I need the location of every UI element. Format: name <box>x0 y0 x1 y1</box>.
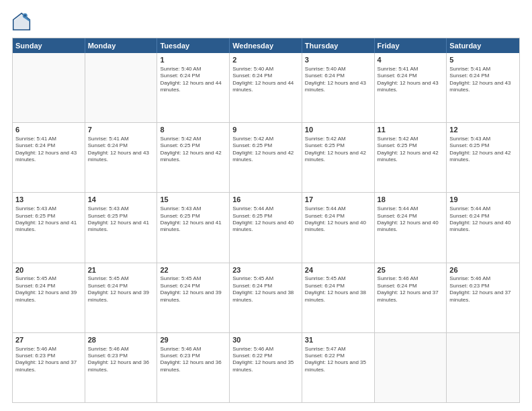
calendar-week-5: 27Sunrise: 5:46 AM Sunset: 6:23 PM Dayli… <box>13 333 519 402</box>
day-number: 24 <box>305 265 371 275</box>
day-info: Sunrise: 5:45 AM Sunset: 6:24 PM Dayligh… <box>160 275 226 304</box>
day-info: Sunrise: 5:45 AM Sunset: 6:24 PM Dayligh… <box>15 275 82 304</box>
day-number: 4 <box>378 55 444 65</box>
day-number: 23 <box>232 265 299 275</box>
calendar-cell: 28Sunrise: 5:46 AM Sunset: 6:23 PM Dayli… <box>85 333 158 402</box>
day-number: 15 <box>160 195 226 205</box>
header <box>12 12 520 31</box>
day-info: Sunrise: 5:46 AM Sunset: 6:23 PM Dayligh… <box>449 275 517 304</box>
day-number: 19 <box>449 195 517 205</box>
calendar-week-3: 13Sunrise: 5:43 AM Sunset: 6:25 PM Dayli… <box>13 193 519 263</box>
logo-icon <box>12 12 31 31</box>
calendar-header: SundayMondayTuesdayWednesdayThursdayFrid… <box>13 38 519 53</box>
day-info: Sunrise: 5:40 AM Sunset: 6:24 PM Dayligh… <box>160 66 226 94</box>
day-number: 1 <box>160 55 226 65</box>
day-number: 3 <box>305 55 371 65</box>
day-info: Sunrise: 5:44 AM Sunset: 6:24 PM Dayligh… <box>305 205 371 234</box>
day-header-thursday: Thursday <box>302 38 375 53</box>
day-number: 29 <box>160 335 226 345</box>
calendar-cell: 24Sunrise: 5:45 AM Sunset: 6:24 PM Dayli… <box>302 263 375 332</box>
calendar-cell: 3Sunrise: 5:40 AM Sunset: 6:24 PM Daylig… <box>302 53 375 122</box>
calendar-cell: 25Sunrise: 5:46 AM Sunset: 6:24 PM Dayli… <box>375 263 447 332</box>
day-info: Sunrise: 5:46 AM Sunset: 6:24 PM Dayligh… <box>378 275 444 304</box>
day-number: 17 <box>305 195 371 205</box>
day-number: 22 <box>160 265 226 275</box>
calendar-week-4: 20Sunrise: 5:45 AM Sunset: 6:24 PM Dayli… <box>13 263 519 333</box>
day-number: 27 <box>15 335 82 345</box>
day-number: 26 <box>449 265 517 275</box>
day-number: 10 <box>305 125 371 135</box>
calendar-cell: 10Sunrise: 5:42 AM Sunset: 6:25 PM Dayli… <box>302 123 375 192</box>
calendar-cell: 14Sunrise: 5:43 AM Sunset: 6:25 PM Dayli… <box>85 193 158 262</box>
day-number: 20 <box>15 265 82 275</box>
day-info: Sunrise: 5:46 AM Sunset: 6:23 PM Dayligh… <box>160 346 226 374</box>
calendar-cell: 15Sunrise: 5:43 AM Sunset: 6:25 PM Dayli… <box>157 193 230 262</box>
day-info: Sunrise: 5:41 AM Sunset: 6:24 PM Dayligh… <box>378 66 444 94</box>
calendar-cell: 19Sunrise: 5:44 AM Sunset: 6:24 PM Dayli… <box>447 193 519 262</box>
calendar-cell: 12Sunrise: 5:43 AM Sunset: 6:25 PM Dayli… <box>447 123 519 192</box>
day-header-friday: Friday <box>375 38 447 53</box>
calendar-cell: 7Sunrise: 5:41 AM Sunset: 6:24 PM Daylig… <box>85 123 158 192</box>
day-info: Sunrise: 5:43 AM Sunset: 6:25 PM Dayligh… <box>88 205 154 234</box>
day-number: 7 <box>88 125 154 135</box>
logo <box>12 12 34 31</box>
day-number: 28 <box>88 335 154 345</box>
day-info: Sunrise: 5:46 AM Sunset: 6:23 PM Dayligh… <box>88 346 154 374</box>
day-info: Sunrise: 5:47 AM Sunset: 6:22 PM Dayligh… <box>305 346 371 374</box>
calendar-cell: 23Sunrise: 5:45 AM Sunset: 6:24 PM Dayli… <box>230 263 302 332</box>
day-number: 11 <box>378 125 444 135</box>
calendar-cell: 5Sunrise: 5:41 AM Sunset: 6:24 PM Daylig… <box>447 53 519 122</box>
calendar-cell: 29Sunrise: 5:46 AM Sunset: 6:23 PM Dayli… <box>157 333 230 402</box>
calendar-cell <box>13 53 85 122</box>
day-info: Sunrise: 5:46 AM Sunset: 6:23 PM Dayligh… <box>15 346 82 374</box>
calendar-cell: 11Sunrise: 5:42 AM Sunset: 6:25 PM Dayli… <box>375 123 447 192</box>
day-number: 5 <box>449 55 517 65</box>
day-info: Sunrise: 5:43 AM Sunset: 6:25 PM Dayligh… <box>449 136 517 164</box>
day-info: Sunrise: 5:42 AM Sunset: 6:25 PM Dayligh… <box>378 136 444 164</box>
day-number: 13 <box>15 195 82 205</box>
page: SundayMondayTuesdayWednesdayThursdayFrid… <box>0 0 532 411</box>
calendar-cell: 21Sunrise: 5:45 AM Sunset: 6:24 PM Dayli… <box>85 263 158 332</box>
day-header-monday: Monday <box>85 38 158 53</box>
day-info: Sunrise: 5:41 AM Sunset: 6:24 PM Dayligh… <box>449 66 517 94</box>
calendar-cell <box>375 333 447 402</box>
calendar-cell: 8Sunrise: 5:42 AM Sunset: 6:25 PM Daylig… <box>157 123 230 192</box>
calendar-cell: 30Sunrise: 5:46 AM Sunset: 6:22 PM Dayli… <box>230 333 302 402</box>
day-info: Sunrise: 5:41 AM Sunset: 6:24 PM Dayligh… <box>15 136 82 164</box>
day-info: Sunrise: 5:45 AM Sunset: 6:24 PM Dayligh… <box>88 275 154 304</box>
day-number: 30 <box>232 335 299 345</box>
day-info: Sunrise: 5:44 AM Sunset: 6:24 PM Dayligh… <box>378 205 444 234</box>
day-info: Sunrise: 5:40 AM Sunset: 6:24 PM Dayligh… <box>232 66 299 94</box>
day-info: Sunrise: 5:42 AM Sunset: 6:25 PM Dayligh… <box>232 136 299 164</box>
calendar-cell: 9Sunrise: 5:42 AM Sunset: 6:25 PM Daylig… <box>230 123 302 192</box>
calendar-cell: 16Sunrise: 5:44 AM Sunset: 6:25 PM Dayli… <box>230 193 302 262</box>
day-number: 6 <box>15 125 82 135</box>
day-number: 25 <box>378 265 444 275</box>
calendar-cell: 17Sunrise: 5:44 AM Sunset: 6:24 PM Dayli… <box>302 193 375 262</box>
day-number: 9 <box>232 125 299 135</box>
day-info: Sunrise: 5:45 AM Sunset: 6:24 PM Dayligh… <box>305 275 371 304</box>
calendar-cell: 18Sunrise: 5:44 AM Sunset: 6:24 PM Dayli… <box>375 193 447 262</box>
day-info: Sunrise: 5:42 AM Sunset: 6:25 PM Dayligh… <box>305 136 371 164</box>
svg-point-5 <box>24 15 27 17</box>
calendar-cell <box>447 333 519 402</box>
calendar-cell: 26Sunrise: 5:46 AM Sunset: 6:23 PM Dayli… <box>447 263 519 332</box>
calendar-cell: 31Sunrise: 5:47 AM Sunset: 6:22 PM Dayli… <box>302 333 375 402</box>
day-info: Sunrise: 5:44 AM Sunset: 6:24 PM Dayligh… <box>449 205 517 234</box>
calendar-cell <box>85 53 158 122</box>
day-info: Sunrise: 5:41 AM Sunset: 6:24 PM Dayligh… <box>88 136 154 164</box>
day-number: 2 <box>232 55 299 65</box>
calendar-cell: 2Sunrise: 5:40 AM Sunset: 6:24 PM Daylig… <box>230 53 302 122</box>
day-number: 21 <box>88 265 154 275</box>
day-info: Sunrise: 5:43 AM Sunset: 6:25 PM Dayligh… <box>160 205 226 234</box>
calendar-body: 1Sunrise: 5:40 AM Sunset: 6:24 PM Daylig… <box>13 53 519 402</box>
day-info: Sunrise: 5:44 AM Sunset: 6:25 PM Dayligh… <box>232 205 299 234</box>
day-number: 14 <box>88 195 154 205</box>
day-info: Sunrise: 5:45 AM Sunset: 6:24 PM Dayligh… <box>232 275 299 304</box>
day-number: 12 <box>449 125 517 135</box>
calendar-cell: 20Sunrise: 5:45 AM Sunset: 6:24 PM Dayli… <box>13 263 85 332</box>
day-info: Sunrise: 5:43 AM Sunset: 6:25 PM Dayligh… <box>15 205 82 234</box>
calendar-cell: 1Sunrise: 5:40 AM Sunset: 6:24 PM Daylig… <box>157 53 230 122</box>
calendar-cell: 27Sunrise: 5:46 AM Sunset: 6:23 PM Dayli… <box>13 333 85 402</box>
calendar-cell: 6Sunrise: 5:41 AM Sunset: 6:24 PM Daylig… <box>13 123 85 192</box>
